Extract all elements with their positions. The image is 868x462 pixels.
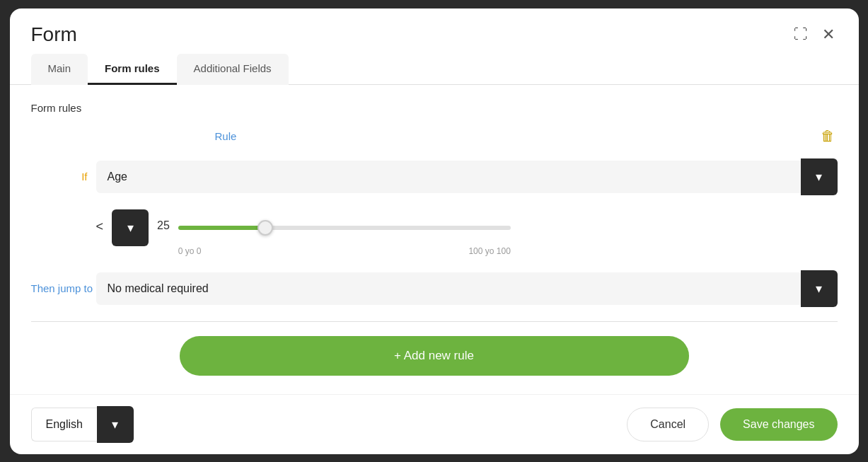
modal-header: Form ⛶ ✕ [10,8,859,47]
close-button[interactable]: ✕ [819,23,838,47]
delete-rule-button[interactable]: 🗑 [818,125,838,147]
add-rule-button[interactable]: + Add new rule [180,336,689,376]
chevron-down-icon-condition [127,220,134,236]
jump-to-dropdown-button[interactable] [801,270,838,307]
modal-header-actions: ⛶ ✕ [791,23,838,47]
slider-container: 0 yo 0 100 yo 100 [178,209,838,256]
chevron-down-icon [816,169,822,185]
modal-dialog: Form ⛶ ✕ Main Form rules Additional Fiel… [10,8,859,454]
jump-to-display: No medical required [96,272,801,305]
slider-labels: 0 yo 0 100 yo 100 [178,246,511,256]
condition-dropdown-button[interactable] [112,209,149,246]
language-selector: English [31,406,134,443]
slider-track-wrapper [178,209,838,246]
language-display: English [31,408,97,441]
rule-divider [31,321,838,322]
expand-icon: ⛶ [794,26,808,42]
tab-bar: Main Form rules Additional Fields [10,54,859,85]
rule-label: Rule [215,130,237,142]
jump-to-wrapper: No medical required [96,270,838,307]
then-row: Then jump to No medical required [31,270,838,307]
modal-title: Form [31,23,77,46]
age-slider[interactable] [178,226,511,230]
trash-icon: 🗑 [821,128,835,144]
cancel-button[interactable]: Cancel [627,408,709,441]
form-rules-section-label: Form rules [31,102,838,114]
if-label: If [31,171,88,183]
modal-overlay: Form ⛶ ✕ Main Form rules Additional Fiel… [0,0,868,462]
tab-main[interactable]: Main [31,54,88,85]
slider-max-label: 100 yo 100 [468,246,510,256]
close-icon: ✕ [822,25,835,44]
chevron-down-icon-lang [112,417,118,432]
chevron-down-icon-jumpto [816,281,822,296]
expand-button[interactable]: ⛶ [791,23,811,45]
condition-symbol: < [96,209,104,234]
condition-value: 25 [157,209,170,232]
condition-row: < 25 0 yo 0 100 yo 100 [31,209,838,256]
save-changes-button[interactable]: Save changes [720,408,837,441]
field-select-display: Age [96,161,801,193]
rule-card: Rule 🗑 If Age [31,125,838,376]
then-label: Then jump to [31,282,88,294]
modal-body: Form rules Rule 🗑 If Age [10,85,859,394]
slider-min-label: 0 yo 0 [178,246,202,256]
rule-header: Rule 🗑 [31,125,838,147]
tab-form-rules[interactable]: Form rules [88,54,177,85]
modal-footer: English Cancel Save changes [10,394,859,454]
field-select-wrapper: Age [96,158,838,195]
language-dropdown-button[interactable] [97,406,134,443]
if-row: If Age [31,158,838,195]
tab-additional-fields[interactable]: Additional Fields [177,54,289,85]
field-dropdown-button[interactable] [801,158,838,195]
footer-actions: Cancel Save changes [627,408,837,441]
